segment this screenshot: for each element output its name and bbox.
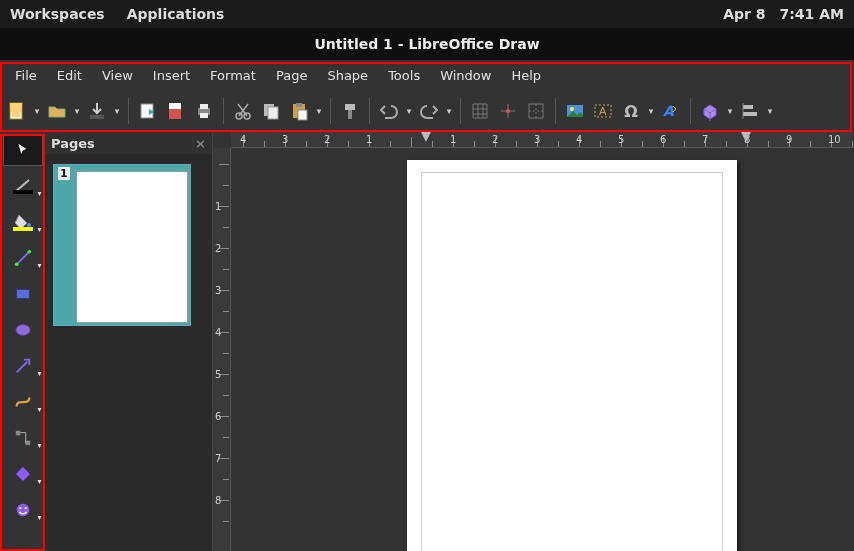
- arrow-line-tool[interactable]: ▾: [3, 350, 43, 382]
- clone-format-button[interactable]: [337, 98, 363, 124]
- svg-rect-7: [200, 104, 208, 109]
- new-button[interactable]: [4, 98, 30, 124]
- special-char-button[interactable]: Ω: [618, 98, 644, 124]
- vruler-label: 6: [215, 411, 221, 422]
- clone-format-icon: [340, 101, 360, 121]
- export-pdf-button[interactable]: [163, 98, 189, 124]
- copy-button[interactable]: [258, 98, 284, 124]
- menu-help[interactable]: Help: [502, 64, 550, 87]
- window-titlebar: Untitled 1 - LibreOffice Draw: [0, 28, 854, 60]
- paste-button[interactable]: [286, 98, 312, 124]
- menu-edit[interactable]: Edit: [48, 64, 91, 87]
- curve-icon: [14, 393, 32, 411]
- save-icon: [87, 101, 107, 121]
- menu-window[interactable]: Window: [431, 64, 500, 87]
- undo-dropdown[interactable]: ▾: [404, 106, 414, 116]
- export-button[interactable]: [135, 98, 161, 124]
- svg-rect-34: [15, 431, 19, 436]
- pages-panel-body: 1: [45, 154, 212, 551]
- window-title: Untitled 1 - LibreOffice Draw: [314, 36, 539, 52]
- symbol-shapes-tool[interactable]: ▾: [3, 494, 43, 526]
- main-area: ▾ ▾ ▾ ▾ ▾ ▾ ▾: [0, 132, 854, 551]
- menu-insert[interactable]: Insert: [144, 64, 199, 87]
- vruler-label: 2: [215, 243, 221, 254]
- insert-image-button[interactable]: [562, 98, 588, 124]
- svg-point-33: [15, 325, 29, 336]
- new-dropdown[interactable]: ▾: [32, 106, 42, 116]
- paste-dropdown[interactable]: ▾: [314, 106, 324, 116]
- cut-button[interactable]: [230, 98, 256, 124]
- redo-button[interactable]: [416, 98, 442, 124]
- menu-file[interactable]: File: [6, 64, 46, 87]
- grid-icon: [470, 101, 490, 121]
- menu-tools[interactable]: Tools: [379, 64, 429, 87]
- helplines-move-icon: [526, 101, 546, 121]
- rectangle-tool[interactable]: [3, 278, 43, 310]
- menu-page[interactable]: Page: [267, 64, 316, 87]
- workspaces-menu[interactable]: Workspaces: [10, 6, 105, 22]
- menu-shape[interactable]: Shape: [318, 64, 377, 87]
- menu-format[interactable]: Format: [201, 64, 265, 87]
- svg-rect-12: [268, 107, 278, 119]
- select-tool[interactable]: [3, 134, 43, 166]
- special-char-dropdown[interactable]: ▾: [646, 106, 656, 116]
- align-icon: [740, 101, 760, 121]
- fill-color-tool[interactable]: ▾: [3, 206, 43, 238]
- snap-helplines-button[interactable]: [495, 98, 521, 124]
- helplines-move-button[interactable]: [523, 98, 549, 124]
- drawing-toolbar: ▾ ▾ ▾ ▾ ▾ ▾ ▾: [0, 132, 45, 551]
- open-button[interactable]: [44, 98, 70, 124]
- svg-rect-5: [169, 103, 181, 109]
- menu-view[interactable]: View: [93, 64, 142, 87]
- page-thumbnail-1[interactable]: 1: [53, 164, 191, 326]
- svg-point-28: [27, 223, 31, 227]
- connector-icon: [14, 429, 32, 447]
- align-dropdown[interactable]: ▾: [765, 106, 775, 116]
- symbol-shapes-icon: [14, 501, 32, 519]
- text-box-button[interactable]: A: [590, 98, 616, 124]
- ruler-marker-right[interactable]: [741, 132, 751, 146]
- pages-panel-header: Pages ×: [45, 132, 212, 154]
- vertical-ruler[interactable]: 12345678: [213, 148, 231, 551]
- text-box-icon: A: [593, 101, 613, 121]
- line-color-tool[interactable]: ▾: [3, 170, 43, 202]
- print-icon: [194, 101, 214, 121]
- basic-shapes-tool[interactable]: ▾: [3, 458, 43, 490]
- ellipse-tool[interactable]: [3, 314, 43, 346]
- select-icon: [14, 141, 32, 159]
- print-button[interactable]: [191, 98, 217, 124]
- undo-button[interactable]: [376, 98, 402, 124]
- redo-dropdown[interactable]: ▾: [444, 106, 454, 116]
- svg-point-21: [570, 107, 574, 111]
- connector-tool[interactable]: ▾: [3, 422, 43, 454]
- line-tool[interactable]: ▾: [3, 242, 43, 274]
- svg-rect-16: [345, 104, 355, 110]
- svg-rect-25: [743, 105, 753, 109]
- applications-menu[interactable]: Applications: [127, 6, 225, 22]
- align-button[interactable]: [737, 98, 763, 124]
- grid-button[interactable]: [467, 98, 493, 124]
- open-icon: [47, 101, 67, 121]
- undo-icon: [379, 101, 399, 121]
- svg-rect-17: [348, 110, 352, 119]
- line-color-icon: [13, 178, 33, 194]
- toggle-extrusion-button[interactable]: [697, 98, 723, 124]
- toggle-extrusion-dropdown[interactable]: ▾: [725, 106, 735, 116]
- paste-icon: [289, 101, 309, 121]
- hruler-label: 4: [240, 134, 246, 145]
- system-time: 7:41 AM: [780, 6, 844, 22]
- fontwork-button[interactable]: A: [658, 98, 684, 124]
- system-bar: Workspaces Applications Apr 8 7:41 AM: [0, 0, 854, 28]
- horizontal-ruler[interactable]: 432112345678910: [231, 132, 854, 148]
- save-button[interactable]: [84, 98, 110, 124]
- open-dropdown[interactable]: ▾: [72, 106, 82, 116]
- pages-panel-close[interactable]: ×: [195, 136, 206, 151]
- save-dropdown[interactable]: ▾: [112, 106, 122, 116]
- drawing-canvas[interactable]: [231, 148, 854, 551]
- curve-tool[interactable]: ▾: [3, 386, 43, 418]
- export-pdf-icon: [166, 101, 186, 121]
- hruler-label: 9: [786, 134, 792, 145]
- page-margin-guide: [421, 172, 723, 551]
- svg-point-18: [506, 109, 510, 113]
- ruler-marker-left[interactable]: [421, 132, 431, 146]
